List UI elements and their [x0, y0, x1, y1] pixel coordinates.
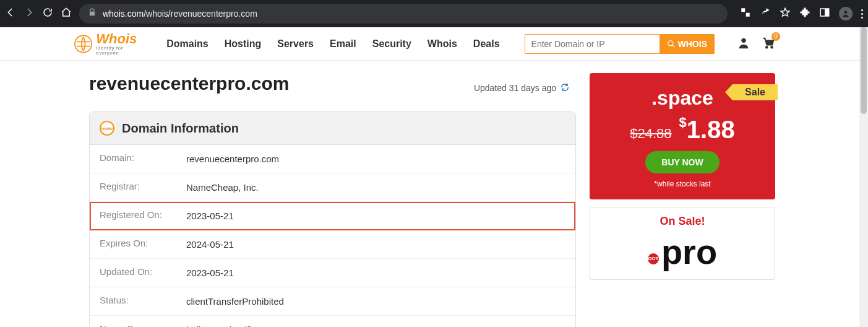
info-value: 2023-05-21: [186, 266, 234, 279]
info-label: Registrar:: [100, 181, 186, 194]
updated-text: Updated 31 days ago: [474, 83, 556, 93]
site-header: WhoisIdentity for everyone Domains Hosti…: [0, 27, 868, 61]
panel-icon[interactable]: [819, 7, 830, 20]
info-row: Domain:revenuecenterpro.com: [90, 145, 575, 173]
info-row: Expires On:2024-05-21: [90, 230, 575, 259]
info-value: bailey.ns.cloudflare.comgordon.ns.cloudf…: [186, 323, 290, 327]
account-icon[interactable]: [737, 36, 750, 52]
cart-count: 0: [771, 32, 780, 41]
onsale-title: On Sale!: [598, 215, 767, 228]
info-value: NameCheap, Inc.: [186, 181, 259, 194]
old-price: $24.88: [630, 126, 671, 142]
info-row: Updated On:2023-05-21: [90, 259, 575, 287]
nav-security[interactable]: Security: [372, 38, 411, 50]
nav-email[interactable]: Email: [330, 38, 356, 50]
info-row: Registered On:2023-05-21: [90, 202, 575, 230]
forward-button[interactable]: [24, 7, 35, 20]
info-label: Updated On:: [100, 266, 186, 279]
nav-domains[interactable]: Domains: [166, 38, 208, 50]
search-input[interactable]: [525, 34, 660, 54]
nav-servers[interactable]: Servers: [277, 38, 314, 50]
info-value: 2024-05-21: [186, 238, 234, 251]
bookmark-star-icon[interactable]: [780, 7, 791, 20]
domain-info-card: www Domain Information Domain:revenuecen…: [89, 111, 576, 327]
nav-whois[interactable]: Whois: [428, 38, 457, 50]
svg-rect-1: [825, 9, 829, 16]
reload-button[interactable]: [42, 7, 53, 20]
buy-now-button[interactable]: BUY NOW: [645, 151, 719, 173]
site-logo[interactable]: WhoisIdentity for everyone: [74, 32, 143, 56]
logo-text: Whois: [96, 32, 143, 46]
promo-space: Sale .space $24.88 $1.88 BUY NOW *while …: [590, 73, 775, 199]
info-value: revenuecenterpro.com: [186, 152, 279, 165]
cart-icon[interactable]: 0: [762, 36, 775, 52]
svg-point-8: [771, 46, 773, 48]
home-button[interactable]: [61, 7, 72, 20]
nav-deals[interactable]: Deals: [473, 38, 500, 50]
info-label: Domain:: [100, 152, 186, 165]
sale-tag: Sale: [725, 84, 778, 100]
svg-point-6: [741, 38, 746, 42]
url-text: whois.com/whois/revenuecenterpro.com: [103, 9, 257, 19]
dot-icon: DOT: [648, 253, 659, 264]
svg-point-2: [844, 11, 848, 14]
profile-avatar[interactable]: [839, 7, 853, 20]
info-label: Expires On:: [100, 238, 186, 251]
www-icon: www: [100, 121, 114, 136]
promo-pro-text: pro: [661, 232, 717, 272]
info-row: Name Servers:bailey.ns.cloudflare.comgor…: [90, 316, 575, 327]
info-row: Registrar:NameCheap, Inc.: [90, 173, 575, 202]
info-label: Status:: [100, 295, 186, 308]
top-nav: Domains Hosting Servers Email Security W…: [166, 38, 499, 50]
svg-point-4: [668, 40, 672, 45]
info-header: Domain Information: [122, 121, 239, 136]
refresh-icon[interactable]: [560, 82, 570, 94]
info-label: Registered On:: [100, 209, 186, 222]
info-value: 2023-05-21: [186, 209, 234, 222]
translate-icon[interactable]: [740, 7, 751, 20]
svg-line-5: [672, 45, 674, 47]
logo-sub: Identity for everyone: [96, 46, 143, 56]
info-label: Name Servers:: [100, 323, 186, 327]
kebab-menu-icon[interactable]: [861, 9, 863, 19]
extensions-icon[interactable]: [799, 7, 810, 20]
new-price: $1.88: [679, 115, 735, 144]
info-row: Status:clientTransferProhibited: [90, 287, 575, 316]
domain-title: revenuecenterpro.com: [89, 73, 289, 94]
back-button[interactable]: [5, 7, 16, 20]
svg-point-7: [766, 46, 768, 48]
promo-pro: On Sale! DOT pro: [590, 207, 775, 280]
nav-hosting[interactable]: Hosting: [225, 38, 262, 50]
lock-icon: [88, 8, 97, 19]
share-icon[interactable]: [760, 7, 771, 20]
whois-search-button[interactable]: WHOIS: [660, 34, 715, 54]
vertical-scrollbar[interactable]: [859, 27, 868, 327]
info-value: clientTransferProhibited: [186, 295, 284, 308]
browser-toolbar: whois.com/whois/revenuecenterpro.com: [0, 0, 868, 27]
address-bar[interactable]: whois.com/whois/revenuecenterpro.com: [79, 4, 728, 24]
stock-note: *while stocks last: [596, 180, 769, 188]
scrollbar-thumb[interactable]: [861, 27, 867, 114]
